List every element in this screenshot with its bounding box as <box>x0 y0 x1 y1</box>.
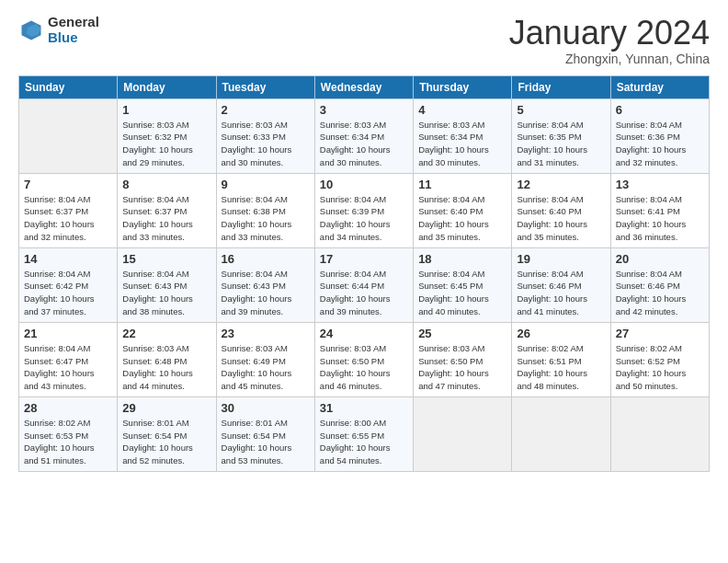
calendar-cell: 6Sunrise: 8:04 AM Sunset: 6:36 PM Daylig… <box>610 98 709 173</box>
calendar-week-5: 28Sunrise: 8:02 AM Sunset: 6:53 PM Dayli… <box>19 396 710 471</box>
calendar-cell: 18Sunrise: 8:04 AM Sunset: 6:45 PM Dayli… <box>414 247 512 322</box>
day-info: Sunrise: 8:04 AM Sunset: 6:37 PM Dayligh… <box>122 193 210 244</box>
day-info: Sunrise: 8:04 AM Sunset: 6:38 PM Dayligh… <box>222 193 310 244</box>
calendar-header-row: SundayMondayTuesdayWednesdayThursdayFrid… <box>19 75 710 98</box>
calendar-cell: 25Sunrise: 8:03 AM Sunset: 6:50 PM Dayli… <box>414 322 512 396</box>
calendar-cell: 1Sunrise: 8:03 AM Sunset: 6:32 PM Daylig… <box>118 98 216 173</box>
logo-icon <box>18 17 44 43</box>
calendar-cell: 30Sunrise: 8:01 AM Sunset: 6:54 PM Dayli… <box>216 396 314 471</box>
weekday-header-friday: Friday <box>512 75 610 98</box>
weekday-header-thursday: Thursday <box>414 75 512 98</box>
calendar-cell <box>414 396 512 471</box>
day-number: 16 <box>222 252 310 266</box>
day-number: 9 <box>222 178 310 191</box>
day-number: 1 <box>122 103 210 117</box>
day-info: Sunrise: 8:03 AM Sunset: 6:48 PM Dayligh… <box>122 342 210 393</box>
day-info: Sunrise: 8:04 AM Sunset: 6:43 PM Dayligh… <box>222 268 310 318</box>
day-info: Sunrise: 8:04 AM Sunset: 6:43 PM Dayligh… <box>122 268 210 318</box>
day-number: 21 <box>24 327 112 340</box>
day-number: 7 <box>24 178 112 191</box>
day-info: Sunrise: 8:02 AM Sunset: 6:51 PM Dayligh… <box>517 342 605 393</box>
day-number: 27 <box>616 327 704 340</box>
day-number: 20 <box>616 252 704 266</box>
calendar-cell: 26Sunrise: 8:02 AM Sunset: 6:51 PM Dayli… <box>512 322 610 396</box>
calendar-cell: 10Sunrise: 8:04 AM Sunset: 6:39 PM Dayli… <box>314 173 413 247</box>
title-block: January 2024 Zhongxin, Yunnan, China <box>509 15 710 66</box>
calendar-cell <box>610 396 709 471</box>
month-title: January 2024 <box>509 15 710 52</box>
day-info: Sunrise: 8:04 AM Sunset: 6:40 PM Dayligh… <box>517 193 605 244</box>
calendar-cell: 21Sunrise: 8:04 AM Sunset: 6:47 PM Dayli… <box>19 322 118 396</box>
day-info: Sunrise: 8:04 AM Sunset: 6:44 PM Dayligh… <box>320 268 408 318</box>
weekday-header-saturday: Saturday <box>610 75 709 98</box>
day-number: 31 <box>320 401 408 415</box>
day-info: Sunrise: 8:01 AM Sunset: 6:54 PM Dayligh… <box>222 417 310 467</box>
calendar-cell: 14Sunrise: 8:04 AM Sunset: 6:42 PM Dayli… <box>19 247 118 322</box>
weekday-header-sunday: Sunday <box>19 75 118 98</box>
day-number: 30 <box>222 401 310 415</box>
day-info: Sunrise: 8:03 AM Sunset: 6:32 PM Dayligh… <box>122 119 210 169</box>
day-info: Sunrise: 8:04 AM Sunset: 6:40 PM Dayligh… <box>418 193 506 244</box>
logo-general-text: General <box>48 15 99 30</box>
day-info: Sunrise: 8:04 AM Sunset: 6:37 PM Dayligh… <box>24 193 112 244</box>
day-info: Sunrise: 8:03 AM Sunset: 6:50 PM Dayligh… <box>418 342 506 393</box>
day-info: Sunrise: 8:04 AM Sunset: 6:45 PM Dayligh… <box>418 268 506 318</box>
day-number: 29 <box>122 401 210 415</box>
day-number: 3 <box>320 103 408 117</box>
day-info: Sunrise: 8:03 AM Sunset: 6:33 PM Dayligh… <box>222 119 310 169</box>
calendar-cell: 24Sunrise: 8:03 AM Sunset: 6:50 PM Dayli… <box>314 322 413 396</box>
day-info: Sunrise: 8:04 AM Sunset: 6:39 PM Dayligh… <box>320 193 408 244</box>
header: General Blue January 2024 Zhongxin, Yunn… <box>18 15 710 66</box>
weekday-header-monday: Monday <box>118 75 216 98</box>
calendar-cell: 3Sunrise: 8:03 AM Sunset: 6:34 PM Daylig… <box>314 98 413 173</box>
calendar-cell: 28Sunrise: 8:02 AM Sunset: 6:53 PM Dayli… <box>19 396 118 471</box>
day-number: 25 <box>418 327 506 340</box>
day-info: Sunrise: 8:00 AM Sunset: 6:55 PM Dayligh… <box>320 417 408 467</box>
day-number: 22 <box>122 327 210 340</box>
day-number: 12 <box>517 178 605 191</box>
calendar-week-2: 7Sunrise: 8:04 AM Sunset: 6:37 PM Daylig… <box>19 173 710 247</box>
calendar-cell: 16Sunrise: 8:04 AM Sunset: 6:43 PM Dayli… <box>216 247 314 322</box>
day-number: 17 <box>320 252 408 266</box>
day-info: Sunrise: 8:02 AM Sunset: 6:53 PM Dayligh… <box>24 417 112 467</box>
calendar-cell: 22Sunrise: 8:03 AM Sunset: 6:48 PM Dayli… <box>118 322 216 396</box>
day-info: Sunrise: 8:04 AM Sunset: 6:36 PM Dayligh… <box>616 119 704 169</box>
day-info: Sunrise: 8:04 AM Sunset: 6:46 PM Dayligh… <box>616 268 704 318</box>
day-number: 4 <box>418 103 506 117</box>
day-number: 24 <box>320 327 408 340</box>
day-info: Sunrise: 8:03 AM Sunset: 6:34 PM Dayligh… <box>320 119 408 169</box>
calendar-cell: 5Sunrise: 8:04 AM Sunset: 6:35 PM Daylig… <box>512 98 610 173</box>
day-number: 14 <box>24 252 112 266</box>
calendar-cell: 27Sunrise: 8:02 AM Sunset: 6:52 PM Dayli… <box>610 322 709 396</box>
day-info: Sunrise: 8:03 AM Sunset: 6:49 PM Dayligh… <box>222 342 310 393</box>
calendar-cell: 12Sunrise: 8:04 AM Sunset: 6:40 PM Dayli… <box>512 173 610 247</box>
calendar-cell: 19Sunrise: 8:04 AM Sunset: 6:46 PM Dayli… <box>512 247 610 322</box>
calendar-week-3: 14Sunrise: 8:04 AM Sunset: 6:42 PM Dayli… <box>19 247 710 322</box>
day-number: 18 <box>418 252 506 266</box>
day-number: 28 <box>24 401 112 415</box>
day-info: Sunrise: 8:02 AM Sunset: 6:52 PM Dayligh… <box>616 342 704 393</box>
day-number: 6 <box>616 103 704 117</box>
day-info: Sunrise: 8:04 AM Sunset: 6:35 PM Dayligh… <box>517 119 605 169</box>
day-info: Sunrise: 8:04 AM Sunset: 6:42 PM Dayligh… <box>24 268 112 318</box>
logo: General Blue <box>18 15 99 45</box>
calendar-cell: 11Sunrise: 8:04 AM Sunset: 6:40 PM Dayli… <box>414 173 512 247</box>
day-info: Sunrise: 8:04 AM Sunset: 6:46 PM Dayligh… <box>517 268 605 318</box>
calendar-cell: 2Sunrise: 8:03 AM Sunset: 6:33 PM Daylig… <box>216 98 314 173</box>
calendar-cell: 4Sunrise: 8:03 AM Sunset: 6:34 PM Daylig… <box>414 98 512 173</box>
day-number: 5 <box>517 103 605 117</box>
calendar-table: SundayMondayTuesdayWednesdayThursdayFrid… <box>18 75 710 472</box>
day-info: Sunrise: 8:03 AM Sunset: 6:34 PM Dayligh… <box>418 119 506 169</box>
calendar-cell: 8Sunrise: 8:04 AM Sunset: 6:37 PM Daylig… <box>118 173 216 247</box>
calendar-week-1: 1Sunrise: 8:03 AM Sunset: 6:32 PM Daylig… <box>19 98 710 173</box>
day-info: Sunrise: 8:04 AM Sunset: 6:47 PM Dayligh… <box>24 342 112 393</box>
calendar-cell: 15Sunrise: 8:04 AM Sunset: 6:43 PM Dayli… <box>118 247 216 322</box>
day-number: 13 <box>616 178 704 191</box>
page: General Blue January 2024 Zhongxin, Yunn… <box>0 0 728 563</box>
calendar-cell <box>19 98 118 173</box>
calendar-cell: 9Sunrise: 8:04 AM Sunset: 6:38 PM Daylig… <box>216 173 314 247</box>
day-number: 10 <box>320 178 408 191</box>
location-subtitle: Zhongxin, Yunnan, China <box>509 52 710 66</box>
day-number: 26 <box>517 327 605 340</box>
day-info: Sunrise: 8:03 AM Sunset: 6:50 PM Dayligh… <box>320 342 408 393</box>
